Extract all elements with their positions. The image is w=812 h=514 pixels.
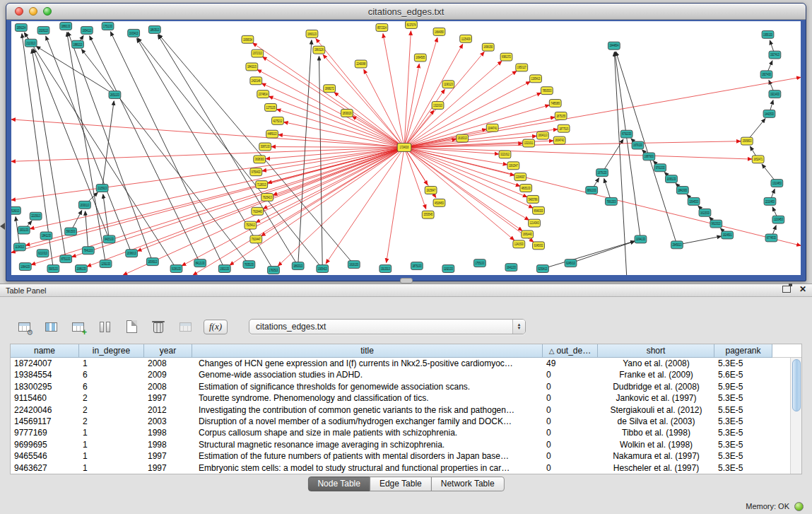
cell-in_degree[interactable]: 6 xyxy=(79,369,144,380)
table-row[interactable]: 911546021997Tourette syndrome. Phenomeno… xyxy=(11,392,801,404)
cell-pagerank[interactable]: 5.3E-5 xyxy=(714,450,772,462)
cell-short[interactable]: Wolkin et al. (1998) xyxy=(598,439,714,450)
cell-title[interactable]: Changes of HCN gene expression and I(f) … xyxy=(192,358,543,369)
cell-out_degree[interactable]: 0 xyxy=(543,462,598,474)
cell-in_degree[interactable]: 2 xyxy=(79,416,144,427)
network-canvas[interactable]: 1724016195653420723131840215242014623748… xyxy=(11,21,801,275)
tab-network-table[interactable]: Network Table xyxy=(431,477,505,491)
cell-pagerank[interactable]: 5.3E-5 xyxy=(714,358,772,369)
table-options-button[interactable]: ⚙ xyxy=(16,318,33,335)
import-table-button[interactable] xyxy=(177,318,194,335)
cell-title[interactable]: Structural magnetic resonance image aver… xyxy=(192,439,543,450)
table-selector-dropdown[interactable]: citations_edges.txt ▲▼ xyxy=(249,319,526,334)
cell-pagerank[interactable]: 5.3E-5 xyxy=(714,392,772,404)
cell-out_degree[interactable]: 0 xyxy=(543,416,598,427)
cell-short[interactable]: Yano et al. (2008) xyxy=(598,358,714,369)
collapse-panel-arrow-icon[interactable] xyxy=(0,223,5,230)
cell-short[interactable]: de Silva et al. (2003) xyxy=(598,416,714,427)
cell-pagerank[interactable]: 5.3E-5 xyxy=(714,462,772,474)
table-row[interactable]: 1938455462009Genome-wide association stu… xyxy=(11,369,801,380)
cell-title[interactable]: Embryonic stem cells: a model to study s… xyxy=(192,462,543,474)
column-header-short[interactable]: short xyxy=(598,344,714,358)
cell-year[interactable]: 2003 xyxy=(144,416,192,427)
column-header-title[interactable]: title xyxy=(192,344,543,358)
cell-name[interactable]: 18300295 xyxy=(11,381,79,392)
cell-short[interactable]: Stergiakouli et al. (2012) xyxy=(598,404,714,416)
cell-name[interactable]: 9777169 xyxy=(11,427,79,438)
cell-short[interactable]: Tibbo et al. (1998) xyxy=(598,427,714,438)
table-row[interactable]: 977716911998Corpus callosum shape and si… xyxy=(11,427,801,438)
row-bars-button[interactable] xyxy=(96,318,113,335)
cell-in_degree[interactable]: 6 xyxy=(79,381,144,392)
cell-title[interactable]: Genome-wide association studies in ADHD. xyxy=(192,369,543,380)
table-row[interactable]: 1830029562008Estimation of significance … xyxy=(11,381,801,392)
cell-out_degree[interactable]: 0 xyxy=(543,369,598,380)
cell-year[interactable]: 2008 xyxy=(144,381,192,392)
tab-edge-table[interactable]: Edge Table xyxy=(370,477,432,491)
cell-name[interactable]: 9699695 xyxy=(11,439,79,450)
minimize-button[interactable] xyxy=(29,7,37,16)
split-pane-handle[interactable] xyxy=(400,278,413,284)
cell-year[interactable]: 1997 xyxy=(144,462,192,474)
cell-title[interactable]: Investigating the contribution of common… xyxy=(192,404,543,416)
column-header-year[interactable]: year xyxy=(144,344,192,358)
window-titlebar[interactable]: citations_edges.txt xyxy=(6,4,806,20)
table-row[interactable]: 1872400712008Changes of HCN gene express… xyxy=(11,358,801,369)
cell-out_degree[interactable]: 0 xyxy=(543,427,598,438)
cell-name[interactable]: 18724007 xyxy=(11,358,79,369)
close-panel-icon[interactable]: ✕ xyxy=(799,285,806,293)
cell-in_degree[interactable]: 1 xyxy=(79,358,144,369)
cell-out_degree[interactable]: 0 xyxy=(543,439,598,450)
cell-in_degree[interactable]: 1 xyxy=(79,439,144,450)
cell-out_degree[interactable]: 49 xyxy=(543,358,598,369)
column-header-out_degree[interactable]: △out_de… xyxy=(543,344,598,358)
table-row[interactable]: 969969511998Structural magnetic resonanc… xyxy=(11,439,801,450)
cell-title[interactable]: Estimation of the future numbers of pati… xyxy=(192,450,543,462)
cell-year[interactable]: 2012 xyxy=(144,404,192,416)
cell-year[interactable]: 1998 xyxy=(144,427,192,438)
cell-year[interactable]: 2009 xyxy=(144,369,192,380)
zoom-button[interactable] xyxy=(43,7,52,16)
column-header-name[interactable]: name xyxy=(11,344,79,358)
delete-table-button[interactable] xyxy=(150,318,167,335)
cell-name[interactable]: 9465546 xyxy=(11,450,79,462)
cell-in_degree[interactable]: 1 xyxy=(79,427,144,438)
cell-pagerank[interactable]: 5.9E-5 xyxy=(714,381,772,392)
cell-pagerank[interactable]: 5.6E-5 xyxy=(714,369,772,380)
cell-name[interactable]: 19384554 xyxy=(11,369,79,380)
table-row[interactable]: 1456911722003Disruption of a novel membe… xyxy=(11,416,801,427)
new-column-button[interactable]: + xyxy=(69,318,86,335)
table-scrollbar[interactable] xyxy=(790,358,801,474)
cell-short[interactable]: Hescheler et al. (1997) xyxy=(598,462,714,474)
close-button[interactable] xyxy=(15,7,23,16)
cell-in_degree[interactable]: 1 xyxy=(79,462,144,474)
cell-short[interactable]: Nakamura et al. (1997) xyxy=(598,450,714,462)
float-panel-icon[interactable] xyxy=(782,286,791,293)
cell-in_degree[interactable]: 1 xyxy=(79,450,144,462)
cell-name[interactable]: 22420046 xyxy=(11,404,79,416)
cell-short[interactable]: Jankovic et al. (1997) xyxy=(598,392,714,404)
cell-year[interactable]: 1997 xyxy=(144,450,192,462)
tab-node-table[interactable]: Node Table xyxy=(307,477,370,491)
table-row[interactable]: 946362711997Embryonic stem cells: a mode… xyxy=(11,462,801,474)
cell-year[interactable]: 2008 xyxy=(144,358,192,369)
table-row[interactable]: 946554611997Estimation of the future num… xyxy=(11,450,801,462)
table-row[interactable]: 2242004622012Investigating the contribut… xyxy=(11,404,801,416)
cell-pagerank[interactable]: 5.3E-5 xyxy=(714,427,772,438)
cell-pagerank[interactable]: 5.5E-5 xyxy=(714,404,772,416)
cell-year[interactable]: 1997 xyxy=(144,392,192,404)
cell-out_degree[interactable]: 0 xyxy=(543,381,598,392)
new-table-button[interactable] xyxy=(123,318,140,335)
cell-name[interactable]: 9463627 xyxy=(11,462,79,474)
cell-year[interactable]: 1998 xyxy=(144,439,192,450)
cell-out_degree[interactable]: 0 xyxy=(543,404,598,416)
cell-title[interactable]: Corpus callosum shape and size in male p… xyxy=(192,427,543,438)
scrollbar-thumb[interactable] xyxy=(792,359,801,411)
cell-in_degree[interactable]: 2 xyxy=(79,404,144,416)
cell-out_degree[interactable]: 0 xyxy=(543,450,598,462)
select-columns-button[interactable] xyxy=(42,318,59,335)
cell-short[interactable]: Franke et al. (2009) xyxy=(598,369,714,380)
cell-name[interactable]: 9115460 xyxy=(11,392,79,404)
cell-title[interactable]: Tourette syndrome. Phenomenology and cla… xyxy=(192,392,543,404)
cell-title[interactable]: Estimation of significance thresholds fo… xyxy=(192,381,543,392)
